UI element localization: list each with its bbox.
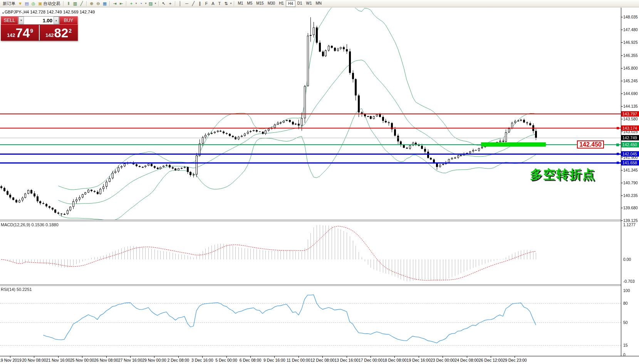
price-tick-mark (621, 68, 623, 68)
sell-button[interactable]: SELL (1, 16, 18, 25)
timeframe-MN[interactable]: MN (314, 0, 324, 7)
price-tick-mark (621, 94, 623, 94)
volume-increase-button[interactable]: ▲ (54, 17, 59, 24)
bar-chart-icon[interactable]: ‖ (65, 0, 72, 7)
auto-scroll-icon[interactable]: ⇥ (111, 0, 118, 7)
trendline-icon[interactable]: ╱ (190, 0, 196, 7)
timeframe-M5[interactable]: M5 (245, 0, 254, 7)
ask-price-main: 82 (54, 26, 69, 40)
timeframe-M30[interactable]: M30 (266, 0, 277, 7)
zoom-in-icon[interactable]: ⊕ (88, 0, 95, 7)
ask-price-base: 142 (45, 32, 54, 38)
macd-pane-canvas[interactable] (0, 222, 621, 284)
toolbar-separator (234, 1, 234, 6)
price-tick-label: 140.790 (623, 180, 638, 185)
history-center-icon[interactable]: ▼ (17, 0, 23, 7)
time-axis-label: 26 Nov 08:00 (94, 358, 118, 362)
toolbar-separator (158, 1, 159, 6)
dropdown-caret-icon[interactable]: ▾ (154, 2, 157, 5)
price-divider (39, 25, 40, 40)
new-order-button[interactable]: 新订单 (1, 0, 17, 7)
text-label-icon[interactable]: T (216, 0, 223, 7)
price-tick-mark (621, 220, 623, 221)
time-axis-label: 9 Dec 16:00 (263, 358, 285, 362)
candlestick-chart-icon[interactable]: ▥ (72, 0, 78, 7)
rsi-tick-label: 80 (623, 301, 628, 306)
rsi-tick-label: 100 (623, 288, 630, 293)
price-tick-mark (621, 42, 623, 43)
turning-point-annotation[interactable]: 多空转折点 (530, 166, 595, 183)
time-axis: 19 Nov 201920 Nov 08:0021 Nov 16:0025 No… (0, 356, 639, 364)
dropdown-caret-icon[interactable]: ▾ (134, 2, 138, 5)
bid-price[interactable]: 142 74 9 (1, 25, 39, 41)
macd-indicator-label: MACD(12,26,9) 0.1536 0.1880 (1, 222, 59, 227)
time-axis-label: 26 Dec 12:00 (479, 358, 503, 362)
autotrading-button[interactable]: ▣自动交易 (37, 0, 62, 7)
price-tag: 141.658 (621, 160, 639, 165)
time-tick-mark (106, 356, 107, 358)
time-axis-label: 2 Dec 08:00 (167, 358, 189, 362)
line-chart-icon[interactable]: ╱ (78, 0, 85, 7)
rsi-tick-label: 15 (623, 343, 628, 347)
pane-separator[interactable] (0, 220, 621, 221)
arrows-icon[interactable]: ⇅ (223, 0, 229, 7)
time-tick-mark (250, 356, 251, 358)
buy-button[interactable]: BUY (59, 16, 78, 25)
volume-input[interactable] (24, 17, 54, 24)
time-tick-mark (322, 356, 323, 358)
price-tick-label: 139.680 (623, 205, 638, 210)
notifications-icon[interactable]: ◎ (30, 0, 37, 7)
ask-price[interactable]: 142 82 2 (39, 25, 78, 41)
price-tick-mark (621, 208, 623, 208)
text-icon[interactable]: A (210, 0, 216, 7)
time-axis-label: 20 Nov 08:00 (22, 358, 46, 362)
dropdown-caret-icon[interactable]: ▾ (144, 2, 147, 5)
toolbar-separator (109, 1, 110, 6)
time-tick-mark (34, 356, 34, 358)
time-tick-mark (154, 356, 154, 358)
timeframe-H1[interactable]: H1 (277, 0, 286, 7)
price-tick-mark (621, 55, 623, 56)
timeframe-W1[interactable]: W1 (304, 0, 314, 7)
templates-icon[interactable]: ▨ (147, 0, 154, 7)
macd-zero-label: 0.00 (623, 257, 631, 262)
cursor-icon[interactable]: ↖ (160, 0, 167, 7)
chart-symbol-icon: ▴ (2, 11, 4, 14)
bid-price-base: 142 (7, 32, 15, 38)
periods-icon[interactable]: ◔ (138, 0, 144, 7)
crosshair-icon[interactable]: + (167, 0, 173, 7)
timeframe-M1[interactable]: M1 (236, 0, 245, 7)
timeframe-M15[interactable]: M15 (254, 0, 265, 7)
horizontal-line-icon[interactable]: ─ (183, 0, 190, 7)
price-tick-mark (621, 81, 623, 81)
profile-icon[interactable]: ▤ (23, 0, 30, 7)
price-tick-mark (621, 30, 623, 30)
price-tick-label: 140.235 (623, 193, 638, 198)
price-tick-mark (621, 106, 623, 107)
time-tick-mark (347, 356, 347, 358)
one-click-trading-panel: SELL ▼ ▲ BUY 142 74 9 142 82 2 (1, 16, 78, 41)
main-chart-canvas[interactable] (0, 8, 621, 220)
rsi-pane-canvas[interactable] (0, 286, 621, 356)
vertical-line-icon[interactable]: │ (177, 0, 183, 7)
equidistant-channel-icon[interactable]: ∥ (196, 0, 203, 7)
level-price-box-annotation[interactable]: 142.450 (577, 140, 604, 149)
volume-decrease-button[interactable]: ▼ (18, 17, 24, 24)
time-tick-mark (299, 356, 299, 358)
chart-shift-icon[interactable]: ⇤ (118, 0, 124, 7)
price-tag: 142.045 (621, 151, 639, 157)
time-tick-mark (10, 356, 10, 358)
timeframe-H4[interactable]: H4 (286, 0, 295, 7)
time-axis-label: 13 Dec 16:00 (334, 358, 358, 362)
time-tick-mark (371, 356, 371, 358)
tile-windows-icon[interactable]: ▦ (101, 0, 108, 7)
timeframe-D1[interactable]: D1 (295, 0, 304, 7)
dropdown-caret-icon[interactable]: ▾ (229, 2, 232, 5)
indicators-icon[interactable]: + (128, 0, 134, 7)
bid-price-pip: 9 (30, 28, 33, 34)
pane-separator[interactable] (0, 284, 621, 286)
rsi-indicator-label: RSI(14) 50.2251 (1, 287, 32, 292)
time-tick-mark (443, 356, 443, 358)
fibonacci-icon[interactable]: F (203, 0, 210, 7)
zoom-out-icon[interactable]: ⊖ (95, 0, 101, 7)
